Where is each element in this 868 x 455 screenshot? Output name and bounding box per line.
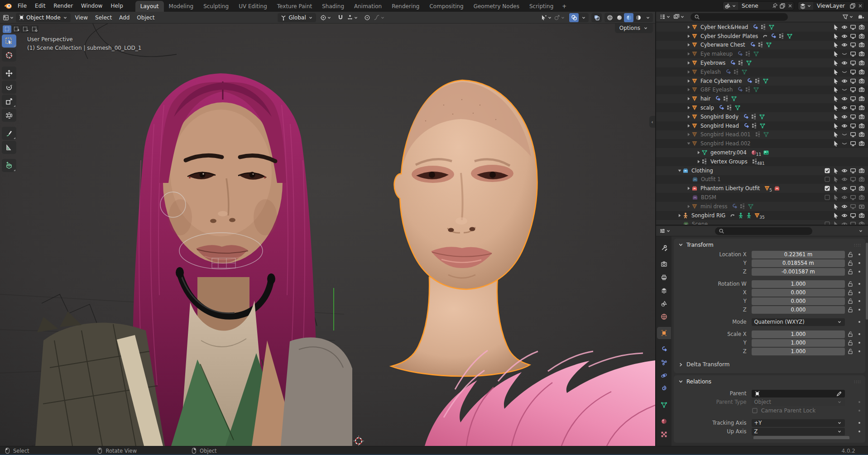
expand-arrow-icon[interactable] (677, 168, 682, 173)
lock-toggle[interactable] (845, 340, 855, 346)
menu-help[interactable]: Help (106, 1, 127, 11)
expand-arrow-icon[interactable] (686, 132, 691, 137)
animate-dot[interactable] (855, 260, 863, 266)
hide-viewport-toggle-icon[interactable] (841, 78, 848, 84)
animate-dot[interactable] (855, 269, 863, 274)
hide-viewport-toggle-icon[interactable] (841, 33, 848, 39)
hide-viewport-toggle-icon[interactable] (841, 42, 848, 48)
hide-viewport-toggle-icon[interactable] (841, 123, 848, 129)
sidebar-collapse-handle[interactable]: ‹ (649, 116, 655, 128)
properties-tab-material[interactable] (657, 415, 671, 427)
viewport-menu-add[interactable]: Add (115, 13, 133, 22)
snap-toggle[interactable] (336, 13, 345, 22)
outliner-item-label[interactable]: Eyebrows (700, 60, 725, 66)
properties-search-input[interactable] (715, 227, 812, 235)
shading-dropdown[interactable] (643, 13, 652, 22)
disable-viewport-toggle[interactable] (849, 168, 857, 174)
outliner-item-label[interactable]: G8F Eyelash (700, 86, 733, 93)
rotation-value-field[interactable]: 0.000 (752, 289, 845, 297)
disable-render-toggle[interactable] (857, 69, 866, 75)
outliner-row[interactable]: Songbird Head.001 (656, 130, 868, 139)
selectable-toggle-icon[interactable] (833, 194, 839, 201)
xray-toggle[interactable] (592, 13, 601, 22)
hide-viewport-toggle[interactable] (840, 185, 849, 192)
disable-viewport-toggle[interactable] (849, 140, 857, 147)
disable-render-toggle[interactable] (857, 78, 866, 84)
scene-selector[interactable]: Scene (723, 1, 794, 10)
collection-checkbox[interactable] (823, 194, 831, 201)
location-value-field[interactable]: 0.22361 m (752, 251, 845, 259)
properties-tab-render[interactable] (657, 258, 671, 270)
selectable-toggle[interactable] (831, 96, 840, 102)
disable-viewport-toggle-icon[interactable] (850, 221, 856, 225)
menu-render[interactable]: Render (49, 1, 77, 11)
disable-viewport-toggle-icon[interactable] (850, 69, 856, 75)
outliner-item-label[interactable]: Cyber Shoulder Plates (700, 33, 758, 39)
hide-viewport-toggle[interactable] (840, 86, 849, 93)
disable-viewport-toggle-icon[interactable] (850, 168, 856, 174)
hide-viewport-toggle[interactable] (840, 221, 849, 225)
new-collection-button[interactable] (856, 12, 865, 21)
outliner-item-label[interactable]: geometry.004 (710, 149, 747, 156)
outliner-search-input[interactable] (691, 13, 788, 21)
animate-dot[interactable] (855, 340, 863, 345)
animate-dot[interactable] (855, 331, 863, 337)
disable-render-toggle-icon[interactable] (858, 194, 865, 201)
selectable-toggle[interactable] (831, 194, 840, 201)
editor-type-button[interactable] (2, 13, 15, 22)
disable-viewport-toggle[interactable] (849, 194, 857, 201)
disable-render-toggle[interactable] (857, 33, 866, 39)
outliner-filter-dropdown[interactable] (842, 12, 854, 21)
selectable-toggle[interactable] (831, 131, 840, 138)
tool-add-cube[interactable] (2, 159, 16, 172)
up-axis-dropdown[interactable]: Z (752, 428, 845, 436)
outliner-item-label[interactable]: scalp (700, 105, 714, 111)
tab-layout[interactable]: Layout (135, 1, 164, 12)
disable-viewport-toggle[interactable] (849, 24, 857, 30)
outliner-filter-id-dropdown[interactable] (673, 12, 686, 21)
disable-render-toggle[interactable] (857, 123, 866, 129)
outliner-row[interactable]: Eye makeup (656, 49, 868, 58)
outliner-row[interactable]: Songbird Head (656, 121, 868, 130)
selectable-toggle-icon[interactable] (833, 24, 839, 30)
disable-render-toggle[interactable] (857, 105, 866, 111)
outliner-row[interactable]: Songbird Body (656, 112, 868, 121)
selectable-toggle[interactable] (831, 203, 840, 210)
shading-solid-button[interactable] (614, 13, 624, 22)
collection-checkbox[interactable] (823, 168, 831, 174)
outliner-row[interactable]: Songbird Head.002 (656, 139, 868, 148)
lock-toggle[interactable] (845, 348, 855, 354)
overlays-toggle[interactable] (569, 13, 579, 22)
location-value-field[interactable]: 0.018554 m (752, 259, 845, 267)
disable-viewport-toggle[interactable] (849, 96, 857, 102)
disable-render-toggle[interactable] (857, 42, 866, 48)
hide-viewport-toggle[interactable] (840, 168, 849, 174)
keyframe-dot-icon[interactable] (857, 340, 862, 345)
expand-arrow-icon[interactable] (686, 204, 691, 209)
disable-viewport-toggle-icon[interactable] (850, 96, 856, 102)
keyframe-dot-icon[interactable] (857, 331, 862, 337)
disable-viewport-toggle-icon[interactable] (850, 86, 856, 93)
lock-toggle[interactable] (845, 260, 855, 266)
expand-arrow-icon[interactable] (686, 114, 691, 120)
remove-viewlayer-icon[interactable] (856, 2, 864, 10)
tab-rendering[interactable]: Rendering (387, 1, 424, 12)
select-subtract-button[interactable] (21, 25, 29, 33)
selectable-toggle-icon[interactable] (833, 69, 839, 75)
disable-viewport-toggle-icon[interactable] (850, 42, 856, 48)
disable-viewport-toggle-icon[interactable] (850, 24, 856, 30)
shading-wireframe-button[interactable] (605, 13, 614, 22)
outliner-item-label[interactable]: Songbird Head.001 (700, 131, 751, 138)
collection-checkbox[interactable] (823, 176, 831, 182)
disable-render-toggle-icon[interactable] (858, 33, 865, 39)
animate-dot[interactable] (855, 281, 863, 287)
disable-viewport-toggle[interactable] (849, 203, 857, 210)
disable-render-toggle[interactable] (857, 51, 866, 57)
outliner-item-label[interactable]: Songbird Head.002 (700, 140, 751, 147)
mode-dropdown[interactable]: Object Mode (16, 13, 71, 22)
outliner-item-label[interactable]: Face Cyberware (700, 78, 742, 84)
shading-rendered-button[interactable] (633, 13, 643, 22)
selectable-toggle-icon[interactable] (833, 33, 839, 39)
selectable-toggle[interactable] (831, 69, 840, 75)
disable-render-toggle-icon[interactable] (858, 42, 865, 48)
